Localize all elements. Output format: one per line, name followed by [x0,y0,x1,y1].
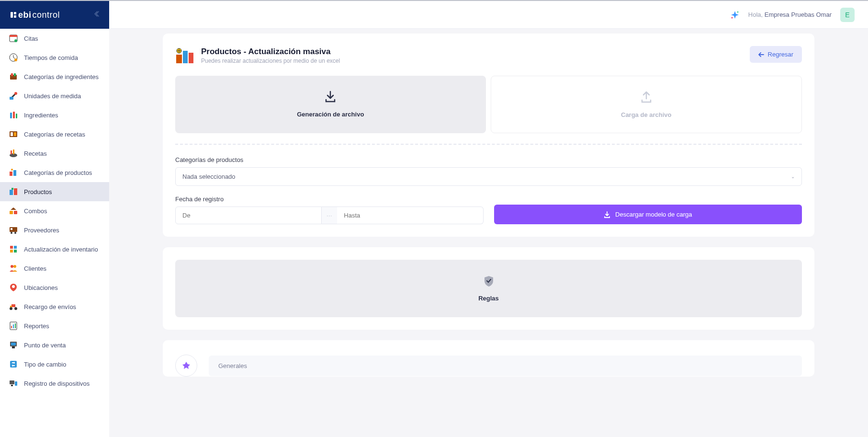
categories-value: Nada seleccionado [182,173,236,180]
products-header-icon [175,46,194,65]
chevron-down-icon: ⌄ [791,174,795,179]
svg-rect-25 [10,190,13,195]
sidebar-item-label: Unidades de medida [24,92,81,100]
svg-rect-60 [189,53,193,63]
bottles-icon [9,110,18,120]
svg-rect-43 [11,304,15,307]
sidebar-item-tipo-cambio[interactable]: Tipo de cambio [0,355,109,374]
svg-rect-48 [15,323,16,328]
svg-point-41 [10,307,12,310]
generals-card: Generales [163,340,814,377]
reports-icon [9,321,18,331]
download-col: Descargar modelo de carga [494,205,802,224]
svg-point-7 [14,58,17,61]
svg-rect-44 [10,306,12,307]
svg-rect-11 [10,97,13,100]
shield-check-icon [483,275,495,288]
sidebar-item-label: Proveedores [24,227,59,234]
svg-rect-15 [16,114,17,118]
location-icon [9,283,18,292]
rules-box[interactable]: Reglas [175,260,802,317]
svg-rect-13 [10,113,12,118]
brand-logo[interactable]: ebicontrol [10,10,60,20]
sidebar-item-categorias-productos[interactable]: Categorías de productos [0,163,109,182]
sidebar-nav: Citas Tiempos de comida Categorías de in… [0,29,109,402]
sidebar-item-ubicaciones[interactable]: Ubicaciones [0,278,109,297]
sidebar-item-unidades-medida[interactable]: Unidades de medida [0,86,109,105]
sidebar-item-reportes[interactable]: Reportes [0,316,109,335]
sidebar-item-proveedores[interactable]: Proveedores [0,220,109,240]
date-range: ··· [175,207,484,224]
sidebar-item-label: Categorías de ingredientes [24,73,99,80]
sidebar-item-clientes[interactable]: Clientes [0,259,109,278]
sidebar-item-registro-dispositivos[interactable]: Registro de dispositivos [0,374,109,393]
sidebar-collapse-icon[interactable] [93,11,100,19]
categories-select[interactable]: Nada seleccionado ⌄ [175,167,802,186]
sidebar-item-label: Combos [24,207,47,215]
svg-rect-47 [13,324,14,328]
ai-sparkle-icon[interactable] [730,10,740,20]
calendar-icon [9,34,18,43]
svg-point-24 [11,169,13,171]
user-avatar[interactable]: E [840,8,855,22]
rules-label: Reglas [185,295,792,302]
sidebar-item-citas[interactable]: Citas [0,29,109,48]
divider [175,144,802,145]
svg-rect-27 [11,188,13,190]
svg-point-39 [13,265,16,268]
back-button[interactable]: Regresar [750,46,802,63]
content: Productos - Actualización masiva Puedes … [109,29,868,406]
svg-rect-34 [10,246,13,249]
sidebar-item-categorias-recetas[interactable]: Categorías de recetas [0,125,109,144]
tab-upload-file[interactable]: Carga de archivo [491,76,802,133]
rules-card: Reglas [163,247,814,330]
sidebar-item-tiempos-comida[interactable]: Tiempos de comida [0,48,109,67]
sidebar-item-productos[interactable]: Productos [0,182,109,201]
svg-rect-26 [14,188,17,195]
combo-icon [9,206,18,216]
svg-rect-14 [13,112,15,118]
svg-rect-22 [10,172,12,176]
sidebar-item-label: Categorías de recetas [24,131,85,138]
sidebar-item-actualizacion-inventario[interactable]: Actualización de inventario [0,240,109,259]
sidebar-item-recargo-envios[interactable]: Recargo de envíos [0,297,109,316]
svg-rect-18 [14,132,16,136]
tab-generate-file[interactable]: Generación de archivo [175,76,486,133]
date-to-input[interactable] [337,207,483,224]
date-from-input[interactable] [175,207,322,224]
svg-rect-59 [183,51,188,63]
generals-circle[interactable] [175,355,197,377]
sidebar-item-label: Ingredientes [24,112,58,119]
date-label: Fecha de registro [175,196,484,203]
generals-icon [181,361,191,370]
sidebar-item-label: Productos [24,188,52,196]
sidebar-item-combos[interactable]: Combos [0,201,109,220]
sidebar-item-label: Recargo de envíos [24,303,76,310]
svg-point-57 [731,17,733,18]
svg-rect-0 [11,12,13,18]
generals-bar[interactable]: Generales [209,356,802,376]
categories-group: Categorías de productos Nada seleccionad… [175,156,802,186]
download-small-icon [604,211,610,218]
sidebar: ebicontrol Citas Tiempos de comida Categ… [0,1,109,437]
svg-point-5 [14,39,17,42]
svg-rect-53 [10,380,14,384]
svg-rect-21 [13,150,14,154]
sidebar-item-ingredientes[interactable]: Ingredientes [0,105,109,125]
sidebar-item-label: Reportes [24,322,49,330]
sidebar-item-recetas[interactable]: Recetas [0,144,109,163]
download-model-button[interactable]: Descargar modelo de carga [494,205,802,224]
svg-rect-17 [11,132,13,136]
card-header: Productos - Actualización masiva Puedes … [175,46,802,65]
brand-header: ebicontrol [0,1,109,29]
topbar: Hola, Empresa Pruebas Omar E [109,1,868,29]
svg-rect-4 [10,35,17,37]
sidebar-item-punto-venta[interactable]: Punto de venta [0,335,109,355]
svg-rect-52 [10,361,17,368]
clock-icon [9,53,18,62]
action-tabs: Generación de archivo Carga de archivo [175,76,802,133]
sidebar-item-categorias-ingredientes[interactable]: Categorías de ingredientes [0,67,109,86]
sidebar-item-label: Ubicaciones [24,284,58,291]
sidebar-item-label: Categorías de productos [24,169,92,176]
sidebar-item-label: Recetas [24,150,47,157]
